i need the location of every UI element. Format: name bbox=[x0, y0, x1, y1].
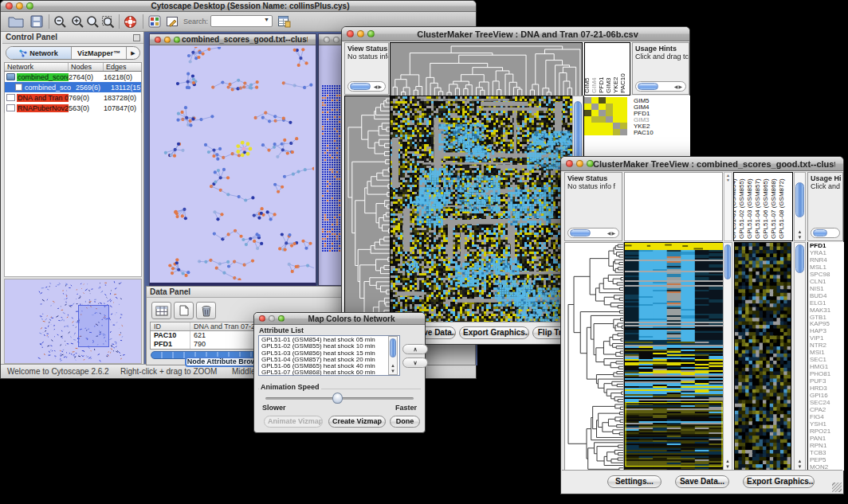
matrix-cell[interactable] bbox=[591, 129, 599, 135]
dialog-titlebar[interactable]: Map Colors to Network bbox=[254, 313, 425, 325]
column-gene-label[interactable]: YKE2 bbox=[612, 77, 619, 93]
animation-speed-slider-thumb[interactable] bbox=[332, 393, 343, 404]
scrollbar-arrows-icon[interactable]: ▲▼ bbox=[795, 229, 805, 240]
column-gene-label[interactable]: PAC10 bbox=[619, 73, 626, 93]
matrix-cell[interactable] bbox=[591, 110, 599, 116]
network-list-row[interactable]: RNAPuberNov2+ 563(0) 107847(0) bbox=[5, 103, 141, 113]
matrix-cell[interactable] bbox=[591, 97, 599, 104]
matrix-cell[interactable] bbox=[620, 104, 627, 110]
zoom-fit-button[interactable] bbox=[100, 14, 117, 29]
export-graphics-button[interactable]: Export Graphics... bbox=[743, 475, 815, 488]
heatmap-canvas[interactable] bbox=[624, 242, 724, 472]
scrollbar-thumb[interactable] bbox=[795, 182, 804, 217]
matrix-cell[interactable] bbox=[591, 116, 599, 123]
column-gene-label[interactable]: GIM4 bbox=[591, 77, 598, 93]
scrollbar-thumb[interactable] bbox=[570, 229, 591, 236]
search-dropdown-arrow-icon[interactable]: ▼ bbox=[264, 17, 269, 22]
network-list-row[interactable]: combined_scores 2764(0) 16218(0) bbox=[5, 72, 141, 82]
settings-button[interactable]: Settings... bbox=[607, 475, 662, 488]
matrix-cell[interactable] bbox=[606, 97, 613, 104]
zoom-out-button[interactable] bbox=[51, 14, 69, 29]
scrollbar-thumb[interactable] bbox=[795, 244, 804, 273]
scrollbar-arrows-icon[interactable]: ◀▶ bbox=[607, 230, 616, 236]
annotation-button[interactable] bbox=[163, 14, 181, 29]
dendrogram-scroll-gutter[interactable]: ▲▼ bbox=[724, 172, 732, 241]
zoom-window-icon[interactable] bbox=[174, 37, 180, 43]
column-gene-label[interactable]: PFD1 bbox=[598, 77, 605, 93]
tab-network[interactable]: Network bbox=[6, 47, 72, 59]
column-array-label[interactable]: GPL51-01 (GSM854) bbox=[733, 178, 737, 239]
animate-vizmap-button[interactable]: Animate Vizmap bbox=[264, 416, 323, 428]
birds-eye-canvas[interactable] bbox=[5, 279, 142, 363]
close-icon[interactable] bbox=[347, 30, 354, 37]
scrollbar-arrows-icon[interactable]: ▲▼ bbox=[795, 459, 805, 470]
matrix-cell[interactable] bbox=[606, 110, 613, 116]
matrix-cell[interactable] bbox=[584, 104, 591, 110]
column-array-label[interactable]: GPL51-07 (GSM868) bbox=[770, 178, 777, 239]
minimize-icon[interactable] bbox=[576, 160, 583, 167]
correlation-matrix[interactable] bbox=[584, 97, 627, 135]
help-button[interactable] bbox=[121, 14, 139, 29]
move-up-button[interactable]: ∧ bbox=[402, 344, 428, 354]
matrix-cell[interactable] bbox=[599, 123, 606, 129]
matrix-cell[interactable] bbox=[584, 123, 591, 129]
network-manager-button[interactable] bbox=[146, 14, 163, 29]
scrollbar-thumb[interactable] bbox=[638, 83, 658, 90]
column-dendrogram-area[interactable] bbox=[624, 172, 723, 241]
scrollbar-thumb[interactable] bbox=[813, 229, 827, 236]
matrix-cell[interactable] bbox=[584, 110, 591, 116]
matrix-cell[interactable] bbox=[584, 116, 591, 123]
scrollbar-arrows-icon[interactable]: ◀▶ bbox=[374, 84, 383, 89]
scrollbar-arrows-icon[interactable]: ◀▶ bbox=[674, 84, 683, 89]
tabs-overflow-button[interactable]: ▶ bbox=[127, 47, 139, 59]
network-list-row[interactable]: DNA and Tran 07 769(0) 183728(0) bbox=[5, 92, 141, 103]
column-dendrogram-canvas[interactable] bbox=[390, 42, 583, 96]
column-array-label[interactable]: GPL51-08 (GSM872) bbox=[778, 178, 785, 239]
close-icon[interactable] bbox=[155, 37, 161, 43]
minimize-icon[interactable] bbox=[164, 37, 171, 43]
row-gene-label[interactable]: PAC10 bbox=[634, 130, 654, 136]
attribute-list-item[interactable]: GPL51-07 (GSM868) heat shock 60 min bbox=[261, 369, 387, 376]
close-icon[interactable] bbox=[566, 160, 573, 167]
search-text-field[interactable] bbox=[214, 16, 262, 26]
minimize-icon[interactable] bbox=[269, 315, 275, 322]
column-network[interactable]: Network bbox=[5, 63, 69, 71]
attribute-list[interactable]: GPL51-01 (GSM854) heat shock 05 minGPL51… bbox=[258, 335, 400, 376]
close-icon[interactable] bbox=[259, 315, 265, 322]
row-dendrogram-canvas[interactable] bbox=[344, 96, 391, 325]
matrix-cell[interactable] bbox=[613, 110, 620, 116]
matrix-cell[interactable] bbox=[620, 116, 627, 123]
column-gene-label[interactable]: GIM5 bbox=[584, 77, 591, 93]
matrix-cell[interactable] bbox=[584, 129, 591, 135]
resize-grip[interactable] bbox=[832, 483, 842, 492]
open-session-button[interactable] bbox=[7, 14, 25, 29]
column-nodes[interactable]: Nodes bbox=[69, 63, 104, 71]
matrix-cell[interactable] bbox=[599, 129, 606, 135]
attribute-select-button[interactable] bbox=[151, 302, 171, 319]
matrix-cell[interactable] bbox=[599, 116, 606, 123]
treeview-combined-titlebar[interactable]: ClusterMaker TreeView : combined_scores_… bbox=[561, 157, 843, 171]
matrix-cell[interactable] bbox=[620, 110, 627, 116]
zoom-window-icon[interactable] bbox=[278, 315, 285, 322]
heatmap-vscrollbar[interactable]: ▲▼ bbox=[723, 242, 732, 471]
matrix-cell[interactable] bbox=[620, 129, 627, 135]
row-dendrogram-canvas[interactable] bbox=[564, 242, 624, 472]
scrollbar-thumb[interactable] bbox=[350, 83, 371, 90]
new-attribute-button[interactable] bbox=[174, 302, 194, 319]
scrollbar-arrows-icon[interactable]: ▲▼ bbox=[724, 459, 732, 470]
attribute-list-vscrollbar[interactable]: ▲▼ bbox=[388, 336, 398, 375]
column-array-label[interactable]: GPL51-02 (GSM855) bbox=[738, 178, 745, 239]
view-status-hscrollbar[interactable]: ◀▶ bbox=[567, 228, 619, 238]
matrix-cell[interactable] bbox=[620, 123, 627, 129]
matrix-cell[interactable] bbox=[591, 104, 599, 110]
column-gene-label[interactable]: GIM3 bbox=[605, 77, 612, 93]
scrollbar-thumb[interactable] bbox=[390, 338, 396, 357]
column-edges[interactable]: Edges bbox=[104, 63, 141, 71]
save-session-button[interactable] bbox=[28, 14, 45, 29]
zoom-selected-button[interactable] bbox=[84, 14, 101, 29]
scrollbar-thumb[interactable] bbox=[724, 244, 731, 279]
save-data-button[interactable]: Save Data... bbox=[675, 475, 729, 488]
treeview-dna-titlebar[interactable]: ClusterMaker TreeView : DNA and Tran 07-… bbox=[342, 27, 689, 41]
done-button[interactable]: Done bbox=[390, 416, 420, 428]
column-id[interactable]: ID bbox=[151, 322, 190, 330]
